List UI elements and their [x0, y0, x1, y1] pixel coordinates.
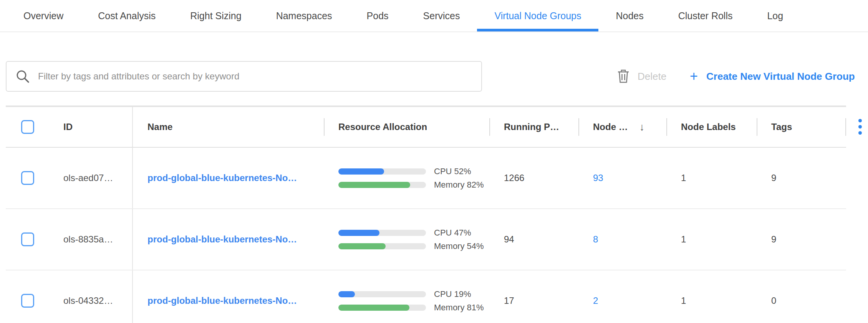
node-labels-value: 1: [681, 295, 686, 306]
cpu-bar: [338, 168, 426, 175]
row-name-link[interactable]: prod-global-blue-kubernetes-No…: [147, 234, 297, 245]
resource-allocation: CPU 19% Memory 81%: [338, 289, 484, 313]
memory-label: Memory 54%: [434, 241, 484, 251]
column-header-id[interactable]: ID: [58, 107, 133, 147]
tab-cost-analysis[interactable]: Cost Analysis: [81, 0, 173, 31]
column-header-running-pods[interactable]: Running P…: [489, 107, 578, 147]
running-pods-value: 94: [504, 234, 514, 245]
toolbar: Delete + Create New Virtual Node Group: [0, 61, 868, 92]
delete-button[interactable]: Delete: [617, 61, 666, 92]
node-labels-value: 1: [681, 173, 686, 183]
header-checkbox-cell: [6, 107, 58, 147]
row-name-link[interactable]: prod-global-blue-kubernetes-No…: [147, 295, 297, 306]
tab-right-sizing[interactable]: Right Sizing: [173, 0, 258, 31]
table-row: ols-04332… prod-global-blue-kubernetes-N…: [6, 270, 846, 323]
filter-search-box[interactable]: [6, 61, 482, 92]
column-header-resource-allocation[interactable]: Resource Allocation: [324, 107, 489, 147]
column-header-tags[interactable]: Tags: [757, 107, 846, 147]
sort-descending-icon[interactable]: ↓: [639, 121, 645, 133]
tab-label: Services: [423, 10, 460, 21]
tab-nodes[interactable]: Nodes: [598, 0, 661, 31]
cpu-label: CPU 19%: [434, 289, 471, 299]
table-row: ols-aed07… prod-global-blue-kubernetes-N…: [6, 148, 846, 209]
memory-label: Memory 81%: [434, 303, 484, 313]
memory-bar: [338, 182, 426, 188]
kebab-dot: [858, 131, 862, 135]
column-header-name[interactable]: Name: [133, 107, 324, 147]
row-id: ols-aed07…: [63, 173, 113, 183]
tab-label: Virtual Node Groups: [494, 10, 581, 21]
nodes-count-link[interactable]: 93: [593, 173, 603, 183]
cpu-label: CPU 52%: [434, 166, 471, 176]
plus-icon: +: [690, 69, 698, 83]
nodes-count-link[interactable]: 2: [593, 295, 598, 306]
cpu-bar: [338, 230, 426, 236]
tab-label: Overview: [23, 10, 63, 21]
tab-overview[interactable]: Overview: [6, 0, 81, 31]
tab-label: Log: [767, 10, 783, 21]
tab-log[interactable]: Log: [750, 0, 800, 31]
tab-services[interactable]: Services: [406, 0, 477, 31]
tags-value: 9: [771, 234, 776, 245]
kebab-dot: [858, 125, 862, 129]
virtual-node-groups-table: ID Name Resource Allocation Running P… N…: [6, 105, 846, 323]
row-checkbox[interactable]: [21, 232, 34, 246]
memory-bar: [338, 305, 426, 311]
column-header-node-labels[interactable]: Node Labels: [666, 107, 757, 147]
tab-label: Cost Analysis: [98, 10, 156, 21]
node-labels-value: 1: [681, 234, 686, 245]
tab-label: Cluster Rolls: [678, 10, 733, 21]
resource-allocation: CPU 47% Memory 54%: [338, 228, 484, 251]
table-body: ols-aed07… prod-global-blue-kubernetes-N…: [6, 148, 846, 323]
tab-cluster-rolls[interactable]: Cluster Rolls: [661, 0, 750, 31]
create-virtual-node-group-button[interactable]: + Create New Virtual Node Group: [690, 61, 855, 92]
memory-label: Memory 82%: [434, 180, 484, 190]
tab-pods[interactable]: Pods: [350, 0, 406, 31]
column-settings-menu-button[interactable]: [852, 115, 868, 138]
tab-namespaces[interactable]: Namespaces: [259, 0, 350, 31]
cpu-bar: [338, 291, 426, 297]
tab-label: Nodes: [616, 10, 643, 21]
row-name-link[interactable]: prod-global-blue-kubernetes-No…: [147, 173, 297, 183]
select-all-checkbox[interactable]: [21, 120, 34, 134]
nodes-count-link[interactable]: 8: [593, 234, 598, 245]
tab-label: Right Sizing: [190, 10, 241, 21]
tab-label: Pods: [367, 10, 389, 21]
kebab-dot: [858, 119, 862, 122]
running-pods-value: 1266: [504, 173, 524, 183]
table-row: ols-8835a… prod-global-blue-kubernetes-N…: [6, 209, 846, 270]
row-id: ols-8835a…: [63, 234, 113, 245]
search-input[interactable]: [38, 71, 472, 82]
tab-label: Namespaces: [276, 10, 332, 21]
trash-icon: [617, 69, 630, 84]
create-button-label: Create New Virtual Node Group: [706, 71, 855, 82]
row-checkbox[interactable]: [21, 294, 34, 308]
cpu-label: CPU 47%: [434, 228, 471, 238]
memory-bar: [338, 243, 426, 249]
running-pods-value: 17: [504, 295, 514, 306]
tags-value: 9: [771, 173, 776, 183]
tags-value: 0: [771, 295, 776, 306]
resource-allocation: CPU 52% Memory 82%: [338, 166, 484, 190]
row-id: ols-04332…: [63, 295, 113, 306]
column-header-nodes[interactable]: Node … ↓: [578, 107, 666, 147]
table-header-row: ID Name Resource Allocation Running P… N…: [6, 105, 846, 148]
top-tab-bar: Overview Cost Analysis Right Sizing Name…: [0, 0, 868, 32]
delete-button-label: Delete: [638, 71, 666, 82]
row-checkbox[interactable]: [21, 171, 34, 185]
search-icon: [16, 69, 30, 83]
tab-virtual-node-groups[interactable]: Virtual Node Groups: [477, 0, 598, 31]
